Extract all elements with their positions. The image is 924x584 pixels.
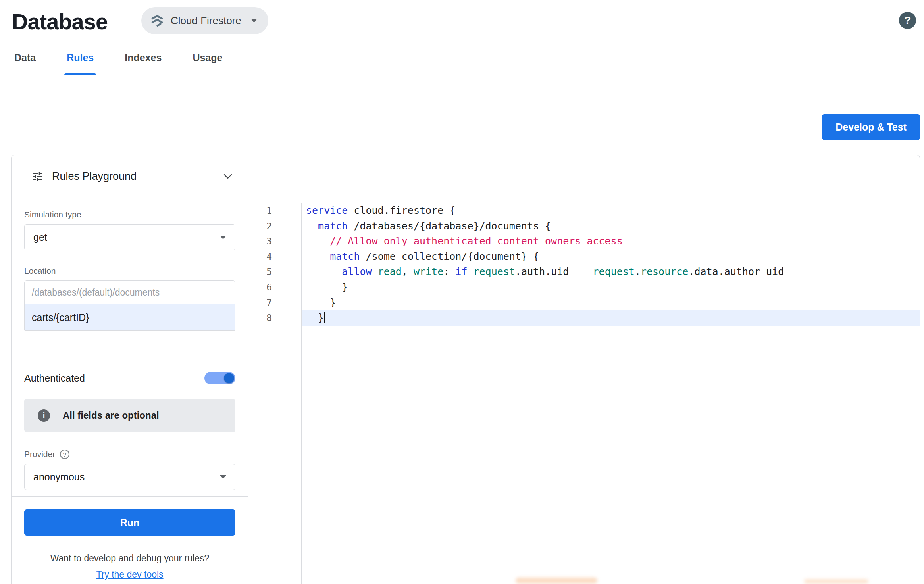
provider-label: Provider (24, 450, 55, 459)
info-banner: i All fields are optional (24, 399, 235, 432)
rules-playground-panel: Rules Playground Simulation type get Loc… (12, 155, 248, 584)
tab-label: Usage (192, 52, 222, 63)
database-selector[interactable]: Cloud Firestore (141, 7, 268, 34)
line-number-gutter: 12345678 (248, 203, 302, 584)
help-icon: ? (905, 14, 911, 27)
firestore-rules-page: Database Cloud Firestore ? DataRulesInde… (0, 0, 924, 584)
editor-toolbar (248, 155, 920, 198)
help-button[interactable]: ? (899, 12, 916, 29)
tab-indexes[interactable]: Indexes (122, 50, 164, 75)
line-number: 4 (248, 249, 272, 265)
simulation-type-label: Simulation type (24, 210, 235, 219)
code-area[interactable]: service cloud.firestore { match /databas… (302, 203, 920, 584)
playground-header[interactable]: Rules Playground (12, 155, 248, 198)
code-line[interactable]: } (302, 295, 920, 311)
info-icon: i (38, 409, 50, 422)
authenticated-toggle[interactable] (204, 371, 235, 385)
location-label: Location (24, 266, 235, 276)
artifact-smudge (804, 579, 868, 584)
line-number: 7 (248, 295, 272, 311)
line-number: 8 (248, 310, 272, 326)
firestore-icon (150, 13, 164, 28)
provider-help-icon[interactable]: ? (60, 450, 69, 459)
line-number: 2 (248, 219, 272, 234)
page-title: Database (12, 9, 108, 35)
code-line[interactable]: match /some_collection/{document} { (302, 249, 920, 265)
dev-tools-link[interactable]: Try the dev tools (96, 569, 163, 580)
line-number: 6 (248, 280, 272, 295)
line-number: 5 (248, 264, 272, 280)
develop-test-button[interactable]: Develop & Test (822, 114, 920, 140)
info-text: All fields are optional (63, 410, 159, 421)
run-button[interactable]: Run (24, 509, 235, 536)
rules-card: Rules Playground Simulation type get Loc… (11, 155, 920, 584)
tab-label: Data (14, 52, 36, 63)
code-line[interactable]: allow read, write: if request.auth.uid =… (302, 264, 920, 280)
code-line[interactable]: match /databases/{database}/documents { (302, 219, 920, 234)
tab-data[interactable]: Data (12, 50, 38, 75)
text-cursor (324, 312, 325, 323)
rules-editor: 12345678 service cloud.firestore { match… (248, 155, 920, 584)
tab-label: Rules (67, 52, 94, 63)
simulation-section: Simulation type get Location /databases/… (12, 198, 248, 354)
location-base-path: /databases/(default)/documents (24, 280, 235, 304)
code-line[interactable]: } (302, 280, 920, 295)
chevron-down-icon (251, 19, 257, 23)
location-input[interactable]: carts/{cartID} (24, 304, 235, 331)
dev-tools-question: Want to develop and debug your rules? (24, 553, 235, 564)
provider-value: anonymous (33, 471, 85, 483)
provider-select[interactable]: anonymous (24, 464, 235, 490)
tab-divider (11, 75, 920, 75)
line-number: 3 (248, 234, 272, 249)
line-number: 1 (248, 203, 272, 219)
code-line[interactable]: service cloud.firestore { (302, 203, 920, 219)
database-selector-label: Cloud Firestore (171, 15, 241, 27)
location-value: carts/{cartID} (32, 312, 89, 323)
tab-rules[interactable]: Rules (64, 50, 96, 75)
tune-icon (31, 171, 43, 182)
tab-usage[interactable]: Usage (190, 50, 225, 75)
run-section: Run Want to develop and debug your rules… (12, 497, 248, 580)
dropdown-arrow-icon (220, 236, 226, 239)
auth-section: Authenticated i All fields are optional … (12, 354, 248, 496)
dropdown-arrow-icon (220, 475, 226, 479)
simulation-type-select[interactable]: get (24, 224, 235, 250)
toggle-knob (224, 373, 234, 383)
collapse-chevron-icon[interactable] (223, 174, 232, 179)
code-line[interactable]: } (302, 310, 920, 326)
code-line[interactable]: // Allow only authenticated content owne… (302, 234, 920, 249)
tab-label: Indexes (125, 52, 162, 63)
playground-title: Rules Playground (52, 170, 137, 182)
tab-bar: DataRulesIndexesUsage (12, 50, 225, 75)
authenticated-label: Authenticated (24, 373, 85, 384)
simulation-type-value: get (33, 232, 47, 243)
artifact-smudge (516, 578, 597, 584)
